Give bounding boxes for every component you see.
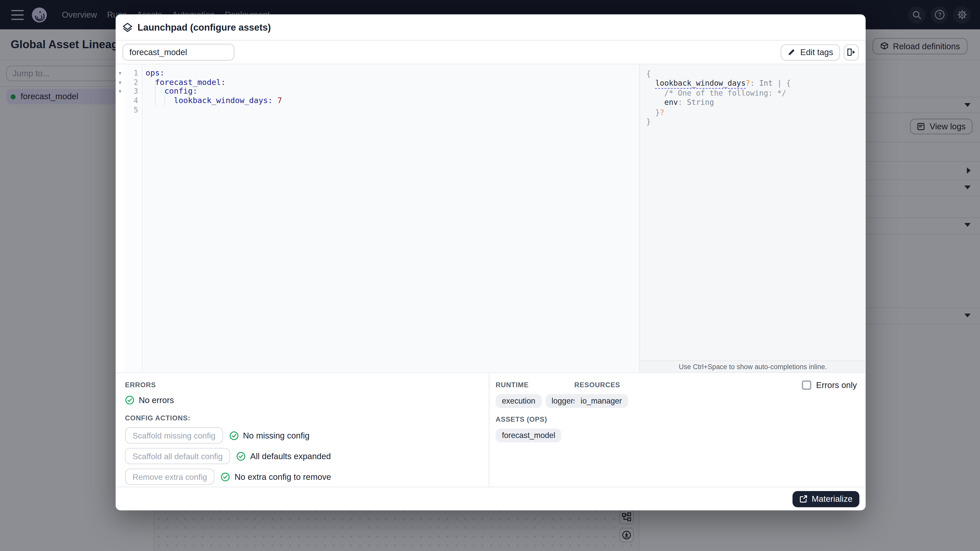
errors-and-actions: ERRORS No errors CONFIG ACTIONS: Scaffol…: [116, 373, 489, 487]
scaffold-all-default-config-button[interactable]: Scaffold all default config: [125, 448, 230, 464]
scaffold-missing-config-button[interactable]: Scaffold missing config: [125, 427, 223, 444]
check-circle-icon: [236, 451, 246, 461]
launchpad-layers-icon: [123, 22, 132, 32]
errors-only-control: Errors only: [802, 380, 857, 390]
code-area[interactable]: ops: forecast_model: config: lookback_wi…: [142, 64, 639, 372]
config-action-status-label: No extra config to remove: [234, 472, 331, 481]
assets-ops-heading: ASSETS (OPS): [496, 416, 865, 423]
op-selector-input[interactable]: [123, 44, 234, 60]
dialog-title: Launchpad (configure assets): [138, 22, 271, 33]
schema-line: lookback_window_days?: Int | {: [640, 79, 865, 89]
line-number: 3: [124, 87, 142, 96]
check-circle-icon: [229, 431, 239, 440]
asset-op-tag[interactable]: forecast_model: [496, 429, 562, 442]
remove-extra-config-button[interactable]: Remove extra config: [125, 468, 215, 485]
line-number: 1: [124, 68, 142, 78]
config-action-status: No extra config to remove: [221, 472, 331, 481]
asset-op-tags: forecast_model: [496, 429, 865, 442]
launchpad-dialog: Launchpad (configure assets) Edit tags ▾…: [116, 14, 865, 510]
config-actions-heading: CONFIG ACTIONS:: [125, 414, 489, 422]
external-link-icon: [799, 495, 808, 503]
code-line: forecast_model:: [142, 78, 639, 87]
config-action-status: No missing config: [229, 431, 310, 440]
viewport: OverviewRunsAssetsAutomationDeployment ?: [0, 0, 980, 551]
code-line: [142, 105, 639, 114]
pencil-icon: [788, 48, 796, 56]
schema-panel: { lookback_window_days?: Int | { /* One …: [639, 64, 865, 372]
dialog-toolbar: Edit tags: [116, 41, 865, 64]
schema-line: env: String: [640, 98, 865, 108]
resource-tags: io_manager: [574, 394, 628, 408]
expand-panel-button[interactable]: [844, 44, 859, 60]
config-action-status: All defaults expanded: [236, 451, 331, 461]
errors-only-label: Errors only: [816, 380, 857, 390]
config-action-status-label: All defaults expanded: [250, 451, 331, 461]
materialize-label: Materialize: [812, 494, 853, 503]
resource-tag[interactable]: io_manager: [574, 394, 628, 408]
fold-arrow-icon[interactable]: ▾: [116, 87, 124, 96]
schema-line: }?: [640, 108, 865, 118]
edit-tags-label: Edit tags: [800, 48, 833, 57]
fold-arrow-icon[interactable]: ▾: [116, 68, 124, 78]
runtime-tags: executionloggers: [496, 394, 574, 408]
check-circle-icon: [125, 395, 135, 405]
config-editor: ▾▾▾ 12345 ops: forecast_model: config: l…: [116, 64, 865, 373]
fold-arrow-icon[interactable]: ▾: [116, 78, 124, 87]
code-line: lookback_window_days: 7: [142, 96, 639, 105]
code-line: config:: [142, 87, 639, 96]
dialog-footer: Materialize: [116, 487, 865, 510]
schema-line: /* One of the following: */: [640, 89, 865, 98]
schema-line: }: [640, 118, 865, 127]
code-line: ops:: [142, 68, 639, 78]
runtime-tag[interactable]: execution: [496, 394, 542, 408]
dialog-header: Launchpad (configure assets): [116, 14, 865, 41]
line-number: 5: [124, 105, 142, 114]
config-action-status-label: No missing config: [243, 431, 310, 440]
indent-guide: [164, 87, 165, 106]
errors-heading: ERRORS: [125, 381, 489, 389]
config-action-row: Scaffold all default configAll defaults …: [125, 448, 489, 464]
line-number: 4: [124, 96, 142, 105]
errors-status: No errors: [125, 395, 489, 405]
resources-heading: RESOURCES: [574, 381, 628, 389]
runtime-heading: RUNTIME: [496, 381, 574, 389]
fold-arrow-icon[interactable]: [116, 96, 124, 105]
fold-arrow-icon[interactable]: [116, 105, 124, 114]
config-action-row: Remove extra configNo extra config to re…: [125, 468, 489, 485]
run-structure-section: RUNTIME executionloggers RESOURCES io_ma…: [490, 373, 865, 487]
config-action-rows: Scaffold missing configNo missing config…: [125, 427, 489, 485]
errors-status-label: No errors: [139, 395, 174, 405]
fold-gutter: ▾▾▾: [116, 64, 124, 372]
dialog-bottom-section: ERRORS No errors CONFIG ACTIONS: Scaffol…: [116, 373, 865, 487]
schema-line: {: [640, 69, 865, 79]
errors-only-checkbox[interactable]: [802, 380, 811, 390]
panel-expand-icon: [847, 48, 856, 56]
indent-guide: [155, 78, 156, 106]
edit-tags-button[interactable]: Edit tags: [781, 44, 840, 60]
check-circle-icon: [221, 472, 230, 481]
line-numbers: 12345: [124, 64, 142, 372]
autocomplete-hint: Use Ctrl+Space to show auto-completions …: [640, 360, 865, 372]
line-number: 2: [124, 78, 142, 87]
config-action-row: Scaffold missing configNo missing config: [125, 427, 489, 444]
materialize-button[interactable]: Materialize: [792, 491, 859, 507]
